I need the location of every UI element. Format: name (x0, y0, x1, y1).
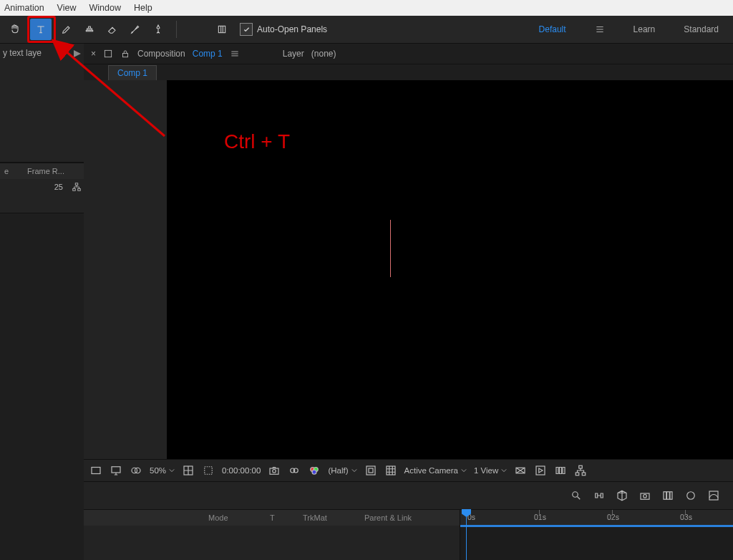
workspace-default[interactable]: Default (539, 24, 566, 34)
svg-point-19 (312, 470, 316, 474)
motion-blur-icon[interactable] (684, 489, 697, 502)
pen-tool[interactable] (56, 19, 77, 40)
composition-name[interactable]: Comp 1 (193, 49, 223, 59)
lock-icon[interactable] (120, 49, 130, 59)
fast-preview-icon[interactable] (534, 464, 547, 477)
col-mode[interactable]: Mode (203, 513, 264, 522)
svg-rect-7 (92, 468, 100, 474)
viewer-tab-comp1[interactable]: Comp 1 (108, 65, 157, 80)
auto-open-panels-toggle[interactable]: Auto-Open Panels (240, 23, 327, 36)
composition-canvas[interactable]: Ctrl + T (167, 80, 733, 459)
search-icon[interactable] (570, 489, 583, 502)
hand-tool[interactable] (4, 19, 26, 40)
composition-mini-flowchart-icon[interactable] (593, 489, 606, 502)
svg-rect-32 (667, 492, 670, 500)
workspace-switcher: Default Learn Standard (539, 24, 729, 34)
svg-point-14 (273, 470, 276, 473)
svg-rect-2 (75, 183, 78, 185)
toggle-alpha-icon[interactable] (89, 464, 102, 477)
comp-icon (103, 49, 113, 59)
svg-point-16 (294, 468, 298, 473)
puppet-pin-tool[interactable] (147, 19, 169, 40)
frame-blend-icon[interactable] (661, 489, 674, 502)
roto-brush-tool[interactable] (125, 19, 146, 40)
graph-editor-icon[interactable] (707, 489, 720, 502)
flowchart-icon[interactable] (574, 464, 587, 477)
channel-icon[interactable] (308, 464, 321, 477)
timeline-tracks[interactable]: 0s 01s 02s 03s 04s (460, 509, 733, 560)
text-insertion-cursor (390, 220, 391, 277)
quality-dropdown[interactable]: (Half) (328, 466, 356, 475)
col-t[interactable]: T (264, 513, 297, 522)
asset-header-row: e Frame R... (0, 163, 84, 179)
svg-rect-21 (369, 468, 373, 473)
grid-icon[interactable] (384, 464, 397, 477)
col-frame-rate[interactable]: Frame R... (23, 167, 69, 175)
close-tab-icon[interactable]: × (91, 49, 96, 59)
menu-help[interactable]: Help (134, 3, 152, 13)
timeline-icon[interactable] (554, 464, 567, 477)
timecode-display[interactable]: 0:00:00:00 (222, 466, 261, 475)
workspace-menu-icon[interactable] (595, 24, 605, 34)
mask-icon[interactable] (130, 464, 142, 477)
val-frame-rate: 25 (23, 183, 67, 191)
snapshot-icon[interactable] (268, 464, 281, 477)
timeline-header-row: Mode T TrkMat Parent & Link (84, 509, 460, 526)
menu-view[interactable]: View (57, 3, 77, 13)
menu-animation[interactable]: Animation (4, 3, 44, 13)
svg-rect-27 (583, 473, 586, 475)
ruler-02s: 02s (607, 513, 619, 521)
svg-rect-0 (218, 26, 225, 32)
eraser-tool[interactable] (102, 19, 123, 40)
clone-stamp-tool[interactable] (79, 19, 100, 40)
work-area-bar[interactable] (460, 525, 733, 527)
svg-rect-8 (112, 467, 120, 473)
timeline-panel: Mode T TrkMat Parent & Link 0s 01s 02s 0… (84, 481, 733, 560)
type-tool[interactable] (30, 19, 52, 40)
viewer-gutter (84, 80, 167, 459)
svg-rect-5 (105, 50, 111, 57)
annotation-highlight-box (27, 16, 56, 43)
workspace-standard[interactable]: Standard (684, 24, 719, 34)
snapping-toggle[interactable] (211, 19, 233, 40)
project-panel[interactable]: y text laye (0, 44, 84, 163)
col-size[interactable]: e (0, 167, 23, 175)
time-ruler[interactable]: 0s 01s 02s 03s 04s (460, 509, 733, 526)
region-icon[interactable] (364, 464, 377, 477)
render-icon[interactable] (639, 489, 651, 502)
svg-rect-3 (73, 188, 76, 190)
svg-rect-20 (366, 466, 375, 475)
show-snapshot-icon[interactable] (288, 464, 301, 477)
timeline-columns: Mode T TrkMat Parent & Link (84, 509, 460, 560)
svg-rect-25 (579, 465, 583, 468)
transparency-grid-icon[interactable] (202, 464, 215, 477)
ruler-03s: 03s (680, 513, 692, 521)
pixel-aspect-icon[interactable] (514, 464, 527, 477)
asset-list: e Frame R... 25 (0, 163, 84, 213)
views-dropdown[interactable]: 1 View (474, 466, 507, 475)
svg-rect-26 (576, 473, 580, 475)
comp-menu-icon[interactable] (230, 49, 240, 59)
asset-row[interactable]: 25 (0, 179, 84, 195)
resolution-grid-icon[interactable] (182, 464, 195, 477)
ruler-01s: 01s (534, 513, 546, 521)
layer-label: Layer (283, 49, 304, 59)
viewer-tab-bar: Comp 1 (84, 64, 733, 80)
camera-dropdown[interactable]: Active Camera (404, 466, 467, 475)
tool-bar: Auto-Open Panels Default Learn Standard (0, 16, 733, 44)
checkbox-icon (240, 23, 253, 36)
flowchart-icon[interactable] (72, 182, 82, 192)
composition-tab-bar: × Composition Comp 1 Layer (none) (84, 44, 733, 64)
workspace-learn[interactable]: Learn (634, 24, 656, 34)
timeline-toolbar (84, 482, 733, 509)
svg-rect-12 (205, 467, 213, 475)
monitor-icon[interactable] (110, 464, 122, 477)
draft-3d-icon[interactable] (616, 489, 628, 502)
panel-menu-icon[interactable] (74, 49, 81, 59)
col-parent-link[interactable]: Parent & Link (359, 513, 417, 522)
col-trkmat[interactable]: TrkMat (297, 513, 359, 522)
layer-none: (none) (311, 49, 336, 59)
menu-window[interactable]: Window (89, 3, 120, 13)
zoom-dropdown[interactable]: 50% (150, 466, 175, 475)
playhead[interactable] (466, 509, 467, 560)
